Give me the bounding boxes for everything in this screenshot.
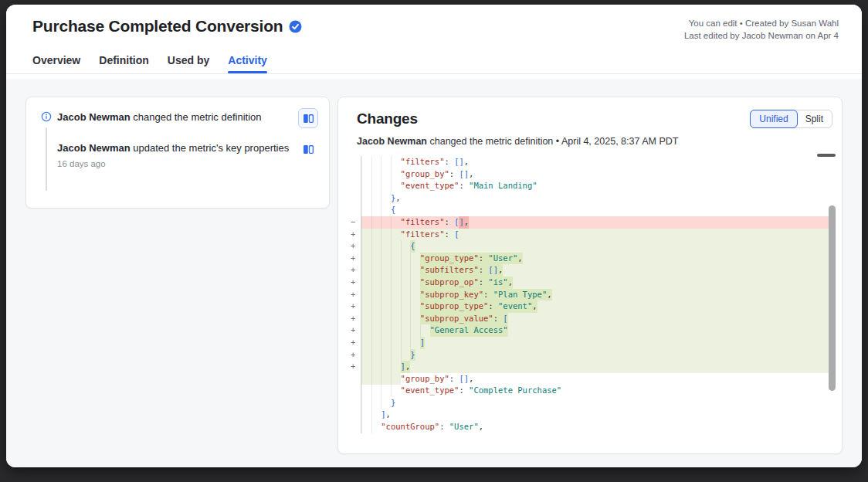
code-token: , — [395, 192, 400, 205]
code-token: , — [498, 264, 503, 277]
code-token: "subprop_key" — [420, 289, 483, 301]
activity-timeline — [40, 110, 53, 191]
code-token: "event_type" — [401, 385, 459, 397]
diff-gutter-marker — [350, 204, 361, 216]
code-token: "event" — [498, 300, 532, 313]
indent-guides — [361, 361, 401, 373]
indent-guides — [361, 264, 420, 277]
changes-title: Changes — [357, 110, 418, 127]
code-token: [] — [454, 156, 464, 168]
view-diff-icon[interactable] — [298, 108, 318, 128]
timeline-rail — [46, 127, 47, 191]
activity-actor: Jacob Newman — [57, 142, 131, 154]
code-token: ] — [420, 337, 425, 349]
code-token: : — [449, 168, 459, 181]
code-token: : — [488, 300, 498, 313]
diff-gutter-marker: + — [350, 300, 361, 313]
view-mode-split[interactable]: Split — [797, 110, 832, 127]
tab-used-by[interactable]: Used by — [168, 54, 209, 73]
code-token: [] — [459, 373, 469, 385]
diff-gutter-marker: − — [350, 216, 361, 229]
indent-guides — [361, 168, 401, 181]
diff-gutter-marker: + — [350, 229, 361, 241]
code-token: [] — [459, 168, 469, 181]
vertical-scrollbar-thumb[interactable] — [829, 205, 836, 391]
diff-line-context: "group_by": [], — [350, 373, 836, 385]
code-token: : — [493, 313, 504, 325]
view-mode-unified[interactable]: Unified — [750, 110, 797, 128]
indent-guides — [361, 300, 420, 313]
code-token: : — [479, 264, 489, 277]
diff-line-added: +], — [350, 361, 836, 373]
verified-check-icon — [289, 20, 302, 33]
code-token: : — [439, 421, 449, 433]
diff-gutter-marker — [350, 156, 361, 168]
code-token: [] — [488, 264, 498, 277]
view-mode-toggle: UnifiedSplit — [750, 110, 832, 128]
diff-viewer: "filters": [], "group_by": [], "event_ty… — [350, 156, 836, 433]
indent-guides — [361, 253, 420, 265]
header-divider — [6, 73, 862, 74]
activity-actor: Jacob Newman — [57, 111, 131, 123]
code-token: "User" — [449, 421, 479, 433]
code-token: : — [444, 156, 454, 168]
code-token: "subfilters" — [420, 264, 479, 277]
content-area: Jacob Newman changed the metric definiti… — [6, 79, 862, 467]
code-token: : — [459, 180, 469, 192]
diff-gutter-marker: + — [350, 277, 361, 289]
page-title: Purchase Completed Conversion — [32, 17, 283, 36]
changes-panel: Changes UnifiedSplit Jacob Newman change… — [337, 97, 843, 454]
diff-line-added: +"subprop_key": "Plan Type", — [350, 289, 836, 301]
code-token: "Complete Purchase" — [469, 385, 561, 397]
diff-line-added: +] — [350, 337, 836, 349]
diff-line-added: +"group_type": "User", — [350, 253, 836, 265]
indent-guides — [361, 349, 410, 362]
code-token: : — [449, 373, 459, 385]
code-token: } — [410, 349, 415, 362]
indent-guides — [361, 204, 391, 216]
code-token: "group_by" — [401, 168, 449, 181]
diff-line-context: { — [350, 204, 836, 216]
code-token: [ — [503, 313, 507, 325]
code-token: "General Access" — [430, 324, 508, 337]
view-diff-icon[interactable] — [298, 139, 318, 159]
diff-gutter-marker: + — [350, 240, 361, 253]
activity-item-text: Jacob Newman updated the metric's key pr… — [57, 139, 292, 171]
diff-gutter-marker: + — [350, 324, 361, 337]
code-token: "subprop_value" — [420, 313, 493, 325]
code-token: } — [391, 397, 395, 409]
horizontal-scrollbar-thumb[interactable] — [817, 154, 836, 157]
activity-item[interactable]: Jacob Newman changed the metric definiti… — [57, 108, 318, 128]
diff-gutter-marker: + — [350, 361, 361, 373]
diff-line-added: +"General Access" — [350, 324, 836, 337]
tab-activity[interactable]: Activity — [228, 54, 267, 73]
code-token: , — [469, 168, 473, 181]
diff-gutter-marker: + — [350, 337, 361, 349]
code-token: : — [459, 385, 469, 397]
indent-guides — [361, 192, 391, 205]
diff-line-added: +"filters": [ — [350, 229, 836, 241]
code-token: , — [469, 373, 473, 385]
code-token: "group_type" — [420, 253, 479, 265]
diff-line-context: "event_type": "Main Landing" — [350, 180, 836, 192]
diff-line-context: }, — [350, 192, 836, 205]
code-token: "Plan Type" — [493, 289, 548, 301]
code-token: , — [405, 361, 410, 373]
activity-item[interactable]: Jacob Newman updated the metric's key pr… — [57, 139, 318, 171]
code-token: : — [479, 253, 489, 265]
changes-subtitle: Jacob Newman changed the metric definiti… — [338, 128, 842, 147]
tab-overview[interactable]: Overview — [32, 54, 80, 73]
indent-guides — [361, 397, 391, 409]
code-token: , — [464, 216, 469, 229]
code-token: , — [464, 156, 469, 168]
indent-guides — [361, 324, 430, 337]
indent-guides — [361, 180, 401, 192]
diff-gutter-marker: + — [350, 253, 361, 265]
code-token: { — [410, 240, 415, 253]
indent-guides — [361, 409, 381, 421]
diff-gutter-marker — [350, 373, 361, 385]
tab-definition[interactable]: Definition — [99, 54, 149, 73]
indent-guides — [361, 373, 401, 385]
meta-line-1: You can edit • Created by Susan Wahl — [684, 17, 839, 29]
code-token: , — [479, 421, 483, 433]
